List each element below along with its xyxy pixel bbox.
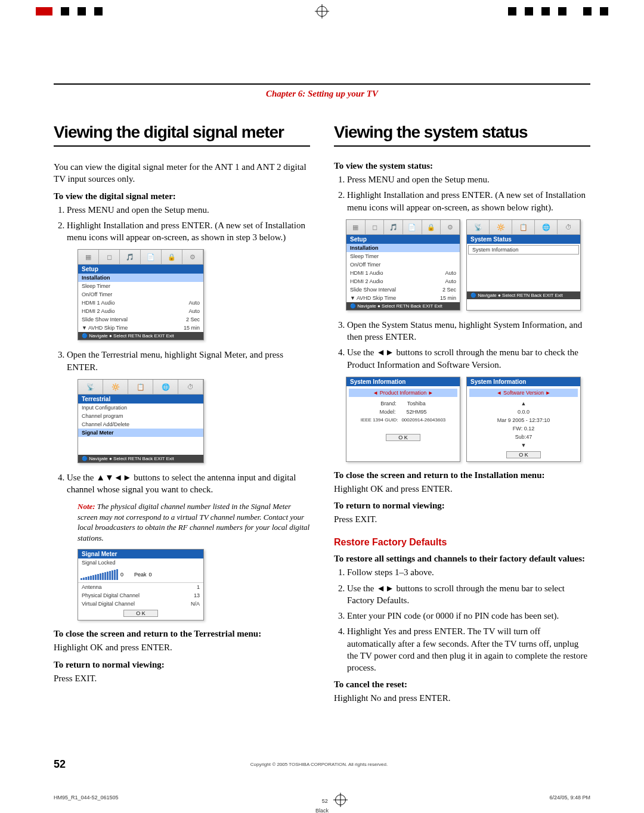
text: Highlight OK and press ENTER. [54,641,310,653]
signal-bars-icon [80,569,118,580]
step: Use the ◄► buttons to scroll through the… [347,346,590,371]
copyright-text: Copyright © 2005 TOSHIBA CORPORATION. Al… [66,762,572,767]
registration-mark-icon [317,6,327,17]
ok-button[interactable]: O K [386,434,420,441]
heading-restore-defaults: Restore Factory Defaults [334,537,590,548]
step: Follow steps 1–3 above. [347,566,590,578]
crop-marks-line: HM95_R1_044-52_061505 52 6/24/05, 9:48 P… [54,795,590,805]
subhead-return: To return to normal viewing: [334,501,590,511]
intro-text: You can view the digital signal meter fo… [54,161,310,185]
heading-system-status: Viewing the system status [334,123,590,142]
heading-signal-meter: Viewing the digital signal meter [54,123,310,142]
subhead-view-meter: To view the digital signal meter: [54,191,310,201]
step: Enter your PIN code (or 0000 if no PIN c… [347,610,590,622]
ok-button[interactable]: O K [506,451,541,458]
step: Press MENU and open the Setup menu. [67,204,310,216]
chapter-header: Chapter 6: Setting up your TV [54,83,590,99]
subhead-restore: To restore all settings and channels to … [334,554,590,564]
osd-system-status: 📡🔆📋🌐⏱ System Status System Information 🔵… [466,219,581,311]
crop-black-label: Black [0,808,644,814]
osd-setup-menu: ▦◻🎵📄🔒⚙ Setup Installation Sleep Timer On… [346,219,460,311]
osd-setup-menu: ▦◻🎵📄🔒⚙ Setup Installation Sleep Timer On… [78,249,204,340]
text: Press EXIT. [54,672,310,684]
step: Use the ◄► buttons to scroll through the… [347,582,590,607]
step: Highlight Yes and press ENTER. The TV wi… [347,625,590,674]
subhead-close: To close the screen and return to the Te… [54,629,310,639]
subhead-view-status: To view the system status: [334,161,590,171]
step: Highlight Installation and press ENTER. … [67,219,310,244]
ok-button[interactable]: O K [123,610,158,617]
step: Highlight Installation and press ENTER. … [347,189,590,213]
osd-product-info: System Information ◄ Product Information… [346,377,460,462]
osd-nav-bar: 🔵 Navigate ● Select RETN Back EXIT Exit [78,332,203,340]
osd-signal-meter: Signal Meter Signal Locked 0 Peak 0 [78,549,204,620]
note-text: Note: The physical digital channel numbe… [78,501,310,543]
step: Use the ▲▼◄► buttons to select the anten… [67,471,310,496]
subhead-return: To return to normal viewing: [54,660,310,670]
osd-software-version: System Information ◄ Software Version ► … [466,377,581,462]
page-number: 52 [54,758,66,771]
step: Press MENU and open the Setup menu. [347,173,590,185]
subhead-cancel: To cancel the reset: [334,679,590,690]
chapter-title: Chapter 6: Setting up your TV [266,89,378,98]
page-footer: 52 Copyright © 2005 TOSHIBA CORPORATION.… [54,758,590,771]
step: Open the Terrestrial menu, highlight Sig… [67,349,310,373]
print-registration-top [0,0,644,24]
subhead-close: To close the screen and return to the In… [334,470,590,480]
osd-terrestrial-menu: 📡🔆📋🌐⏱ Terrestrial Input Configuration Ch… [78,379,204,463]
step: Open the System Status menu, highlight S… [347,319,590,343]
